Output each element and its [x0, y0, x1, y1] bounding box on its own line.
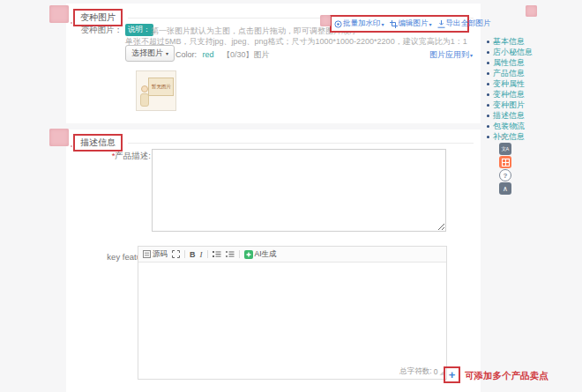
download-icon	[437, 20, 445, 28]
product-edit-page: 变种图片 变种图片： 说明： 第一张图片默认为主图，点击图片拖动，即可调整图片顺…	[0, 0, 582, 392]
placeholder-figure-icon	[141, 85, 148, 92]
batch-watermark-label: 批量加水印	[343, 18, 381, 29]
note-badge: 说明：	[125, 24, 153, 36]
bold-button[interactable]: B	[190, 250, 196, 259]
italic-button[interactable]: I	[200, 250, 203, 259]
chevron-up-icon: ∧	[503, 185, 508, 193]
anchor-item-variant-info[interactable]: 变种信息	[487, 89, 533, 100]
no-image-text: 暂无图片	[151, 83, 170, 90]
no-image-sign: 暂无图片	[148, 78, 174, 96]
select-image-label: 选择图片	[131, 48, 163, 59]
ordered-list-button[interactable]	[213, 250, 221, 258]
ordered-list-icon	[213, 250, 221, 258]
ai-generate-button[interactable]: AI生成	[244, 249, 277, 260]
anchor-item-variant-attributes[interactable]: 变种属性	[487, 78, 533, 89]
caret-down-icon: ▾	[382, 21, 384, 27]
variant-images-field-label: 变种图片：	[77, 25, 123, 36]
caret-down-icon: ▾	[166, 50, 168, 56]
note-line-1: 第一张图片默认为主图，点击图片拖动，即可调整图片顺序	[151, 26, 357, 37]
char-count-label: 总字符数:	[399, 366, 431, 377]
divider	[239, 250, 240, 258]
anchor-nav: 基本信息 店小秘信息 属性信息 产品信息 变种属性 变种信息 变种图片 描述信息…	[487, 36, 533, 142]
unordered-list-icon	[226, 250, 235, 258]
redaction-sticker	[49, 129, 69, 146]
crop-icon	[390, 20, 398, 28]
editor-toolbar: 源码 B I AI生成	[138, 247, 446, 263]
back-to-top-button[interactable]: ∧	[499, 182, 511, 195]
source-code-button[interactable]: 源码	[143, 249, 168, 260]
description-section: 描述信息 *产品描述: key feature: 源码 B I	[66, 129, 481, 392]
bullet-icon	[487, 41, 489, 43]
anchor-item-description-info[interactable]: 描述信息	[487, 110, 533, 121]
bullet-icon	[487, 125, 489, 128]
ai-generate-icon	[244, 250, 253, 259]
empty-image-placeholder[interactable]: 暂无图片	[136, 70, 176, 111]
redaction-sticker-dot	[71, 22, 72, 24]
translate-button[interactable]: 文A	[499, 143, 511, 155]
redaction-sticker	[49, 5, 69, 23]
variant-images-section: 变种图片 变种图片： 说明： 第一张图片默认为主图，点击图片拖动，即可调整图片顺…	[66, 4, 481, 123]
bullet-icon	[487, 83, 489, 85]
anchor-end-dot-icon	[501, 135, 505, 139]
anchor-item-basic-info[interactable]: 基本信息	[487, 36, 533, 47]
color-label: Color:	[175, 50, 197, 59]
caret-down-icon: ▾	[470, 52, 473, 58]
export-all-images-button[interactable]: 导出全部图片	[437, 18, 491, 29]
translate-icon: 文A	[502, 145, 509, 152]
header-divider	[128, 143, 474, 144]
question-icon: ?	[504, 172, 508, 180]
bullet-icon	[487, 72, 489, 75]
apply-images-to-link[interactable]: 图片应用到 ▾	[429, 49, 473, 61]
anchor-item-supplement-info[interactable]: 补充信息	[487, 131, 533, 142]
select-image-button[interactable]: 选择图片 ▾	[125, 45, 175, 62]
bullet-icon	[487, 136, 489, 138]
anchor-item-dianxiaomi-info[interactable]: 店小秘信息	[487, 47, 533, 57]
batch-watermark-button[interactable]: 批量加水印 ▾	[334, 18, 384, 29]
anchor-item-variant-images[interactable]: 变种图片	[487, 100, 533, 110]
apply-images-to-label: 图片应用到	[429, 49, 469, 61]
redaction-sticker-dot	[71, 145, 72, 147]
fullscreen-icon	[172, 250, 180, 258]
bullet-icon	[487, 104, 489, 107]
anchor-item-packing-logistics[interactable]: 包装物流	[487, 121, 533, 131]
unordered-list-button[interactable]	[226, 250, 235, 258]
source-code-label: 源码	[153, 249, 168, 260]
divider	[184, 250, 185, 258]
edit-image-label: 编辑图片	[399, 18, 429, 29]
edit-image-button[interactable]: 编辑图片 ▾	[390, 18, 432, 29]
note-line-2: 单张不超过5MB，只支持jpg、jpeg、png格式；尺寸为1000*1000-…	[125, 36, 467, 48]
fullscreen-button[interactable]	[172, 250, 180, 258]
anchor-item-product-info[interactable]: 产品信息	[487, 68, 533, 78]
redaction-sticker	[526, 5, 537, 17]
product-description-input[interactable]	[152, 149, 446, 232]
add-selling-point-hint: 可添加多个产品卖点	[465, 370, 548, 382]
variant-color-line: Color: red 【0/30】图片	[175, 49, 270, 61]
color-value: red	[203, 50, 214, 59]
calculator-button[interactable]	[499, 156, 511, 168]
product-description-label-text: 产品描述:	[115, 151, 151, 160]
caret-down-icon: ▾	[429, 21, 432, 27]
key-feature-editor: 源码 B I AI生成	[138, 246, 447, 380]
anchor-item-attribute-info[interactable]: 属性信息	[487, 57, 533, 68]
watermark-icon	[334, 20, 342, 28]
image-count: 【0/30】图片	[222, 50, 270, 59]
add-selling-point-button[interactable]: +	[449, 369, 456, 381]
bullet-icon	[487, 51, 489, 54]
calculator-icon	[502, 159, 510, 166]
variant-images-title: 变种图片	[73, 9, 123, 26]
bullet-icon	[487, 93, 489, 96]
image-actions-annotation-box: 批量加水印 ▾ 编辑图片 ▾ 导出全部图片	[330, 15, 469, 33]
add-selling-point-annotation-box: +	[444, 366, 460, 383]
export-all-label: 导出全部图片	[446, 18, 491, 29]
product-description-label: *产品描述:	[84, 151, 151, 162]
bullet-icon	[487, 62, 489, 64]
ai-generate-label: AI生成	[255, 249, 277, 260]
bullet-icon	[487, 115, 489, 117]
divider	[207, 250, 208, 258]
help-button[interactable]: ?	[499, 169, 511, 181]
source-code-icon	[143, 250, 151, 258]
anchor-item-label: 补充信息	[493, 131, 525, 143]
redaction-sticker	[320, 15, 331, 26]
char-count-value: 0	[434, 367, 438, 376]
key-feature-input[interactable]: 总字符数: 0 ◢	[138, 263, 446, 379]
